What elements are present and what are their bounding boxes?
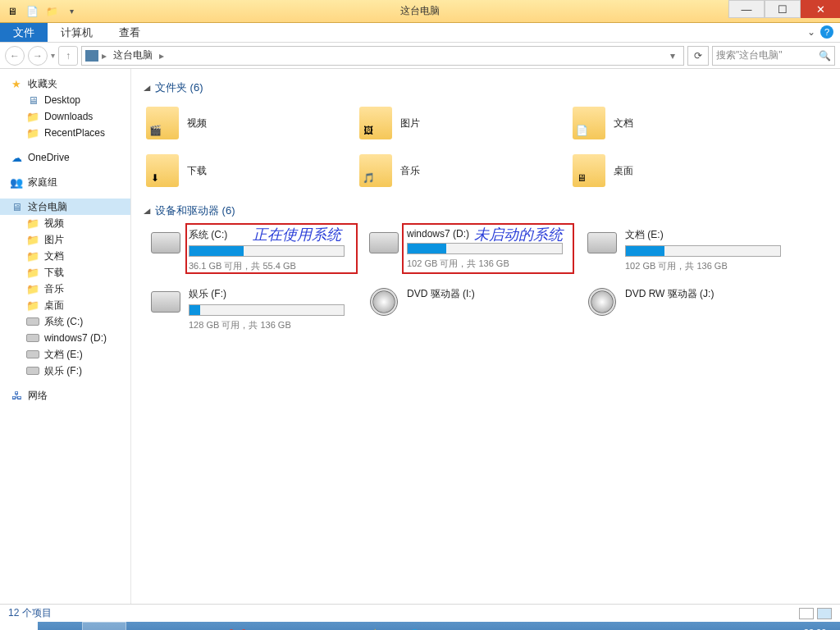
sidebar-item-desktop2[interactable]: 📁桌面 (0, 297, 130, 313)
details-view-icon[interactable] (799, 608, 814, 619)
back-button[interactable]: ← (5, 46, 25, 66)
drive-size: 128 GB 可用，共 136 GB (189, 319, 356, 331)
folder-icon: 🖼 (359, 107, 392, 139)
close-button[interactable]: ✕ (801, 0, 840, 18)
drive-item[interactable]: DVD 驱动器 (I:) (364, 284, 578, 335)
folder-icon: 📁 (26, 249, 39, 262)
folder-item[interactable]: 🖼图片 (359, 102, 564, 144)
taskbar-app-lock[interactable]: 🔒 (171, 622, 215, 630)
taskbar-explorer[interactable]: 📁 (82, 622, 126, 630)
sidebar-item-desktop[interactable]: 🖥Desktop (0, 92, 130, 108)
drive-item[interactable]: 文档 (E:)102 GB 可用，共 136 GB (582, 225, 796, 276)
folder-item[interactable]: 🎬视频 (146, 102, 351, 144)
usage-bar (189, 245, 345, 257)
cloud-icon: ☁ (10, 151, 23, 164)
drive-name: 文档 (E:) (625, 228, 792, 242)
search-box[interactable]: 搜索"这台电脑" 🔍 (712, 46, 835, 66)
hdd-icon (149, 287, 182, 317)
folder-icon: 📁 (26, 126, 39, 139)
drive-name: windows7 (D:) (407, 228, 574, 240)
sidebar-item-drive-d[interactable]: windows7 (D:) (0, 330, 130, 346)
address-bar[interactable]: ▸ 这台电脑 ▸ ▾ (81, 46, 684, 66)
sidebar-network[interactable]: 🖧网络 (0, 387, 130, 404)
sidebar-item-drive-c[interactable]: 系统 (C:) (0, 313, 130, 330)
dvd-icon (586, 287, 619, 317)
folder-item[interactable]: 🎵音乐 (359, 149, 564, 192)
drive-size: 102 GB 可用，共 136 GB (625, 260, 792, 272)
taskbar-app-flash[interactable]: ⚡ (348, 622, 392, 630)
sidebar-item-drive-f[interactable]: 娱乐 (F:) (0, 363, 130, 379)
up-button[interactable]: ↑ (58, 46, 78, 66)
search-icon[interactable]: 🔍 (819, 50, 831, 62)
sidebar-item-pictures[interactable]: 📁图片 (0, 231, 130, 248)
breadcrumb-sep-icon[interactable]: ▸ (102, 50, 107, 62)
drive-item[interactable]: 系统 (C:)36.1 GB 可用，共 55.4 GB (146, 225, 359, 276)
start-button[interactable]: ⊞ (0, 622, 38, 630)
pc-icon (85, 50, 98, 62)
drive-name: 系统 (C:) (189, 228, 356, 242)
group-header-folders[interactable]: 文件夹 (6) (144, 80, 829, 95)
usage-bar (625, 245, 781, 257)
drive-item[interactable]: DVD RW 驱动器 (J:) (582, 284, 796, 335)
drive-name: DVD 驱动器 (I:) (407, 287, 574, 301)
network-icon: 🖧 (10, 389, 23, 402)
file-tab[interactable]: 文件 (0, 23, 48, 42)
taskbar-firefox[interactable]: 🦊 (38, 622, 82, 630)
sidebar-favorites-header[interactable]: ★收藏夹 (0, 75, 130, 92)
sidebar-item-downloads[interactable]: 📁Downloads (0, 108, 130, 125)
properties-icon[interactable]: 📄 (25, 4, 39, 19)
hdd-icon (368, 228, 400, 258)
tab-computer[interactable]: 计算机 (48, 23, 106, 42)
breadcrumb-thispc[interactable]: 这台电脑 (110, 48, 156, 62)
tiles-view-icon[interactable] (817, 608, 832, 619)
refresh-button[interactable]: ⟳ (687, 46, 709, 66)
help-icon[interactable]: ? (820, 25, 833, 39)
sidebar-item-music[interactable]: 📁音乐 (0, 281, 130, 297)
window-controls: — ☐ ✕ (728, 0, 840, 18)
maximize-button[interactable]: ☐ (765, 0, 801, 18)
taskbar-app-gear[interactable]: ⚙ (436, 622, 481, 630)
folder-label: 视频 (187, 116, 207, 130)
group-header-drives[interactable]: 设备和驱动器 (6) (144, 203, 829, 218)
drive-icon (26, 350, 39, 358)
taskbar-paint[interactable]: 🎨 (259, 622, 304, 630)
forward-button[interactable]: → (28, 46, 48, 66)
folder-icon: 📁 (26, 282, 39, 295)
folder-icon: 📁 (26, 233, 39, 246)
qat-dropdown-icon[interactable]: ▾ (64, 4, 79, 19)
folder-item[interactable]: ⬇下载 (146, 149, 351, 192)
sidebar-thispc[interactable]: 🖥这台电脑 (0, 199, 130, 215)
sidebar-onedrive[interactable]: ☁OneDrive (0, 149, 130, 166)
taskbar-app-blue[interactable]: ◉ (304, 622, 348, 630)
sidebar-homegroup[interactable]: 👥家庭组 (0, 174, 130, 190)
taskbar: ⊞ 🦊 📁 ⓔ 🔒 ✂️ 🎨 ◉ ⚡ 🌐 ⚙ ▴ ⚐ 🖧 🔊 中 23:0020… (0, 622, 840, 630)
sidebar-item-downloads2[interactable]: 📁下载 (0, 264, 130, 281)
folder-item[interactable]: 📄文档 (573, 102, 778, 144)
folder-icon: 🖥 (573, 154, 605, 187)
ribbon-expand-icon[interactable]: ⌄ (807, 26, 815, 38)
system-tray: ▴ ⚐ 🖧 🔊 中 23:002015/12/2 (709, 622, 835, 630)
taskbar-ie[interactable]: ⓔ (126, 622, 171, 630)
sidebar-item-documents[interactable]: 📁文档 (0, 248, 130, 264)
sidebar-item-videos[interactable]: 📁视频 (0, 215, 130, 231)
sidebar-item-drive-e[interactable]: 文档 (E:) (0, 346, 130, 363)
folder-label: 文档 (614, 116, 633, 130)
folder-item[interactable]: 🖥桌面 (573, 149, 778, 192)
folder-icon: 📄 (573, 107, 605, 139)
taskbar-app-globe[interactable]: 🌐 (392, 622, 436, 630)
folder-icon: 📁 (26, 299, 39, 312)
drive-item[interactable]: 娱乐 (F:)128 GB 可用，共 136 GB (146, 284, 359, 335)
taskbar-app-snip[interactable]: ✂️ (215, 622, 259, 630)
folder-icon: ⬇ (146, 154, 179, 187)
breadcrumb-sep-icon[interactable]: ▸ (159, 50, 164, 62)
sidebar-item-recent[interactable]: 📁RecentPlaces (0, 125, 130, 141)
address-dropdown-icon[interactable]: ▾ (665, 50, 680, 62)
drive-item[interactable]: windows7 (D:)102 GB 可用，共 136 GB (364, 225, 578, 276)
tab-view[interactable]: 查看 (106, 23, 153, 42)
drive-size: 102 GB 可用，共 136 GB (407, 258, 574, 270)
history-dropdown-icon[interactable]: ▾ (51, 51, 55, 60)
status-item-count: 12 个项目 (8, 606, 52, 620)
new-folder-icon[interactable]: 📁 (44, 4, 59, 19)
folder-label: 桌面 (614, 164, 633, 178)
minimize-button[interactable]: — (728, 0, 765, 18)
